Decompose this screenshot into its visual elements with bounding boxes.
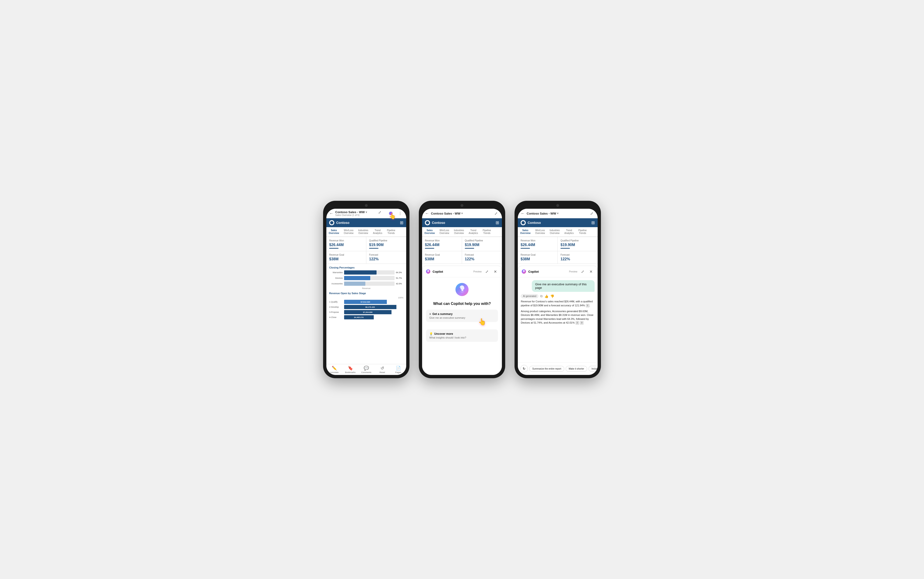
phone-3-tab-bar: SalesOverview Win/LossOverview Industrie… <box>518 227 598 237</box>
copy-icon[interactable]: ⧉ <box>540 294 543 298</box>
nav-comments[interactable]: 💬 Comments <box>358 366 374 373</box>
phone-3-copilot-panel: Copilot Preview ⤢ ✕ Give me an executive… <box>518 266 598 375</box>
metric3-revenue-won: Revenue Won $26.44M <box>518 237 558 251</box>
nav-pages[interactable]: 📄 Pages <box>390 366 406 373</box>
phone-1-contoso-header: Contoso ⊞ <box>326 218 406 227</box>
action-bar: ↻ Summarize the entire report Make it sh… <box>518 362 597 375</box>
copilot-close-icon-3[interactable]: ✕ <box>587 268 594 275</box>
tab-winloss[interactable]: Win/LossOverview <box>341 227 356 237</box>
phone-1: ← Contoso Sales - WW ▾ Sales Overview (1… <box>323 201 409 378</box>
suggestion-subtitle-2: What insights should I look into? <box>429 336 495 339</box>
phone-2: ← Contoso Sales - WW ▾ ⤢ Contoso ⊞ <box>419 201 505 378</box>
contoso-name-2: Contoso <box>432 221 494 225</box>
copilot-big-logo-icon <box>455 282 469 297</box>
ai-response-text: Revenue for Contoso's sales reached $26.… <box>521 299 595 325</box>
phone-2-top-nav: ← Contoso Sales - WW ▾ ⤢ <box>422 209 502 218</box>
metric2-qualified-pipeline: Qualified Pipeline $19.90M <box>462 237 502 251</box>
user-message: Give me an executive summary of this pag… <box>532 280 595 292</box>
expand-icon-2[interactable]: ⤢ <box>492 210 499 217</box>
phone-1-back-btn[interactable]: ← <box>329 211 334 216</box>
copilot-expand-icon-3[interactable]: ⤢ <box>579 268 586 275</box>
filter-icon-3[interactable]: ⊞ <box>591 220 595 225</box>
expand-icon-3[interactable]: ⤢ <box>588 210 595 217</box>
tab2-pipeline[interactable]: PipelineTrends <box>481 227 494 237</box>
include-more-details-chip[interactable]: Include more details <box>589 366 597 372</box>
phone-1-top-nav: ← Contoso Sales - WW ▾ Sales Overview (1… <box>326 209 406 218</box>
lightbulb-icon: 💡 <box>429 332 433 335</box>
more-icon[interactable]: ⋮ <box>397 210 403 217</box>
phone-1-subtitle: Sales Overview (1 of 5) <box>335 214 376 216</box>
tab2-industries[interactable]: IndustriesOverview <box>451 227 466 237</box>
filter-icon-2[interactable]: ⊞ <box>496 220 499 225</box>
tab2-sales-overview[interactable]: SalesOverview <box>422 227 437 237</box>
nav-reset[interactable]: ↺ Reset <box>374 366 390 373</box>
closing-bar-chart: Warranties 64.3% Devices 51.7% <box>329 270 403 290</box>
citation-1[interactable]: 1 <box>586 304 589 307</box>
thumbs-up-icon[interactable]: 👍 <box>545 294 548 298</box>
expand-icon[interactable]: ⤢ <box>378 210 385 217</box>
phone-3-nav-icons: ⤢ <box>588 210 595 217</box>
copilot-header-3: Copilot Preview ⤢ ✕ <box>518 266 597 277</box>
copilot-expand-icon[interactable]: ⤢ <box>484 268 490 275</box>
copilot-preview-badge-3: Preview <box>569 270 577 273</box>
phone-3-title-block: Contoso Sales - WW ▾ <box>527 212 586 215</box>
copilot-icon[interactable]: 👆 <box>388 210 394 217</box>
tab3-industries[interactable]: IndustriesOverview <box>547 227 562 237</box>
tab3-sales-overview[interactable]: SalesOverview <box>518 227 533 237</box>
tab2-winloss[interactable]: Win/LossOverview <box>437 227 451 237</box>
contoso-name: Contoso <box>336 221 398 225</box>
copilot-logo-icon <box>425 269 431 274</box>
tab3-pipeline[interactable]: PipelineTrends <box>576 227 589 237</box>
tab2-trend[interactable]: TrendAnalytics <box>466 227 481 237</box>
nav-annotate-label: Annotate <box>330 371 339 373</box>
phone-2-screen: ← Contoso Sales - WW ▾ ⤢ Contoso ⊞ <box>422 209 502 375</box>
contoso-logo-inner <box>330 221 334 224</box>
filter-icon[interactable]: ⊞ <box>400 220 403 225</box>
phone-2-back-btn[interactable]: ← <box>425 211 429 216</box>
tab-sales-overview[interactable]: SalesOverview <box>326 227 341 237</box>
chevron-down-icon[interactable]: ▾ <box>366 211 367 214</box>
tab-industries[interactable]: IndustriesOverview <box>356 227 371 237</box>
tab-trend[interactable]: TrendAnalytics <box>371 227 385 237</box>
copilot-body-2: What can Copilot help you with? ≡ Get a … <box>422 277 502 375</box>
suggestion-uncover-more[interactable]: 💡 Uncover more What insights should I lo… <box>426 329 498 342</box>
copilot-title-3: Copilot <box>528 270 567 273</box>
comments-icon: 💬 <box>364 366 369 371</box>
tab-pipeline[interactable]: PipelineTrends <box>385 227 398 237</box>
phone-1-notch <box>365 204 368 207</box>
citation-3[interactable]: 3 <box>580 321 584 325</box>
refresh-button[interactable]: ↻ <box>520 365 528 372</box>
phone-2-title: Contoso Sales - WW ▾ <box>431 212 491 215</box>
metric-revenue-goal: Revenue Goal $38M <box>326 251 366 263</box>
phone-1-bottom-nav: ✏️ Annotate 🔖 Bookmarks 💬 Comments ↺ Res… <box>326 364 406 375</box>
tab3-trend[interactable]: TrendAnalytics <box>562 227 576 237</box>
copilot-title-2: Copilot <box>433 270 471 273</box>
phone-1-nav-icons: ⤢ <box>378 210 403 217</box>
suggestion-get-summary[interactable]: ≡ Get a summary Give me an executive sum… <box>426 309 498 322</box>
phone-1-tab-bar: SalesOverview Win/LossOverview Industrie… <box>326 227 406 237</box>
citation-2[interactable]: 2 <box>576 321 579 325</box>
stacked-qualify: 1-Qualify $7,912.02K <box>329 300 403 304</box>
contoso-logo-3 <box>521 220 526 225</box>
pages-icon: 📄 <box>396 366 401 371</box>
tab3-winloss[interactable]: Win/LossOverview <box>533 227 547 237</box>
chevron-down-icon-2[interactable]: ▾ <box>461 212 463 215</box>
chat-body: Give me an executive summary of this pag… <box>518 277 597 362</box>
closing-pct-title: Closing Percentages <box>329 266 403 269</box>
metric3-revenue-goal: Revenue Goal $38M <box>518 251 558 263</box>
annotate-icon: ✏️ <box>332 366 337 371</box>
nav-annotate[interactable]: ✏️ Annotate <box>326 366 342 373</box>
bar-accessories: Accessories 42.0% <box>329 281 403 286</box>
bar-devices: Devices 51.7% <box>329 276 403 280</box>
chevron-down-icon-3[interactable]: ▾ <box>557 212 558 215</box>
stacked-chart: 100% 1-Qualify $7,912.02K 2-Develop <box>329 296 403 319</box>
phone-3-title: Contoso Sales - WW ▾ <box>527 212 586 215</box>
make-shorter-chip[interactable]: Make it shorter <box>566 366 587 372</box>
copilot-close-icon[interactable]: ✕ <box>492 268 499 275</box>
metric2-revenue-won: Revenue Won $26.44M <box>422 237 462 251</box>
phone-3-back-btn[interactable]: ← <box>521 211 525 216</box>
nav-bookmarks[interactable]: 🔖 Bookmarks <box>342 366 358 373</box>
thumbs-down-icon[interactable]: 👎 <box>550 294 554 298</box>
summarize-report-chip[interactable]: Summarize the entire report <box>529 366 564 372</box>
suggestion-title-2: 💡 Uncover more <box>429 332 495 335</box>
